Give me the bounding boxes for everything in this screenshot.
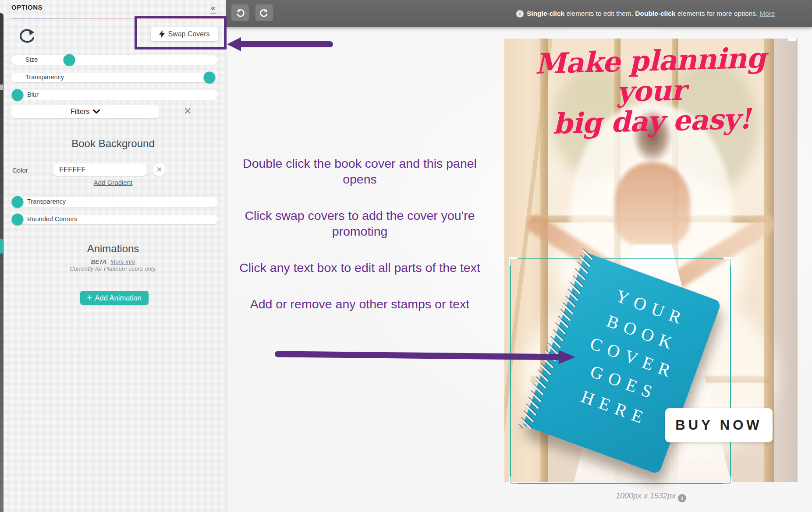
divider-line: [11, 144, 65, 144]
collapse-panel-icon[interactable]: «: [210, 4, 216, 14]
edge-tab-teal[interactable]: [0, 239, 3, 254]
bride-torso: [615, 162, 690, 245]
divider-line: [161, 144, 215, 144]
slider-knob[interactable]: [12, 196, 24, 208]
instruction-text-block: Double click the book cover and this pan…: [237, 156, 483, 332]
redo-button[interactable]: [255, 4, 273, 21]
color-label: Color: [12, 166, 28, 174]
filters-dropdown-button[interactable]: Filters: [11, 105, 159, 118]
divider-line: [145, 249, 215, 249]
slider-label: Transparency: [27, 198, 66, 205]
canvas-size-text: 1000px x 1532px: [616, 491, 676, 500]
add-animation-button[interactable]: + Add Animation: [80, 291, 149, 305]
swap-covers-highlight-rect: [135, 16, 227, 49]
plus-icon: +: [87, 293, 92, 302]
reset-arrow-icon[interactable]: [17, 28, 36, 46]
slider-knob[interactable]: [204, 72, 216, 84]
beta-line: BETA More info: [0, 258, 226, 265]
instruction-paragraph: Click swap covers to add the cover you'r…: [237, 208, 483, 240]
add-gradient-link[interactable]: Add Gradient: [0, 179, 226, 186]
buy-now-stamp[interactable]: BUY NOW: [665, 408, 773, 442]
slider-knob[interactable]: [12, 214, 24, 226]
color-value-input[interactable]: [53, 163, 147, 176]
options-panel: OPTIONS « Swap Covers Size Transparency …: [0, 0, 226, 512]
canvas-corner-dash: [788, 39, 796, 41]
clear-color-icon[interactable]: ✕: [153, 163, 166, 176]
top-toolbar: i Single-click elements to edit them. Do…: [226, 0, 812, 27]
slider-label: Blur: [27, 91, 39, 98]
hint-text: elements for more options.: [675, 10, 758, 18]
instruction-paragraph: Double click the book cover and this pan…: [237, 156, 483, 187]
info-icon: i: [516, 10, 524, 18]
hint-text: elements to edit them.: [564, 10, 635, 18]
blur-slider[interactable]: Blur: [11, 90, 218, 100]
book-background-title: Book Background: [71, 138, 154, 150]
close-options-icon[interactable]: ✕: [184, 106, 191, 116]
more-link[interactable]: More: [759, 10, 775, 18]
beta-badge: BETA: [91, 258, 107, 265]
background-transparency-slider[interactable]: Transparency: [11, 197, 218, 207]
hint-bold: Double-click: [635, 10, 675, 18]
undo-icon: [235, 7, 245, 18]
annotation-arrow-left: [227, 37, 333, 51]
book-background-heading: Book Background: [11, 138, 215, 150]
selection-handle-bottom-left[interactable]: [509, 477, 518, 485]
headline-line-1: Make planning your: [504, 42, 798, 110]
animations-heading: Animations: [11, 243, 215, 255]
rounded-corners-slider[interactable]: Rounded Corners: [11, 215, 218, 224]
slider-knob[interactable]: [63, 54, 75, 66]
arrow-shaft: [275, 351, 560, 360]
arrow-shaft: [238, 41, 333, 47]
size-info-icon[interactable]: i: [678, 494, 686, 502]
selection-handle-bottom-right[interactable]: [723, 477, 732, 485]
transparency-slider[interactable]: Transparency: [11, 73, 218, 82]
edge-tab-gray[interactable]: [0, 85, 3, 90]
more-info-link[interactable]: More info: [110, 258, 135, 265]
animations-title: Animations: [87, 243, 139, 255]
divider-line: [11, 249, 81, 249]
slider-label: Transparency: [25, 74, 64, 81]
redo-icon: [259, 7, 269, 18]
instruction-paragraph: Click any text box to edit all parts of …: [237, 260, 483, 276]
canvas-size-caption: 1000px x 1532pxi: [504, 491, 798, 502]
arrow-head-right: [559, 350, 575, 364]
undo-button[interactable]: [231, 4, 249, 21]
chevron-down-icon: [93, 109, 100, 114]
panel-title: OPTIONS: [11, 4, 43, 11]
hint-bold: Single-click: [527, 10, 564, 18]
add-animation-label: Add Animation: [95, 294, 142, 302]
size-slider[interactable]: Size: [11, 55, 218, 65]
slider-label: Rounded Corners: [27, 215, 77, 222]
filters-label: Filters: [71, 108, 90, 116]
slider-knob[interactable]: [12, 89, 24, 101]
selection-handle-top-right[interactable]: [723, 257, 732, 266]
toolbar-hint: i Single-click elements to edit them. Do…: [516, 0, 775, 27]
headline-text[interactable]: Make planning your big day easy!: [504, 42, 798, 140]
slider-label: Size: [25, 56, 38, 63]
platinum-note: Currently for Platinum users only.: [0, 265, 226, 272]
instruction-paragraph: Add or remove any other stamps or text: [237, 297, 483, 312]
selection-handle-top-left[interactable]: [509, 257, 518, 266]
left-edge-strip: [0, 13, 4, 512]
